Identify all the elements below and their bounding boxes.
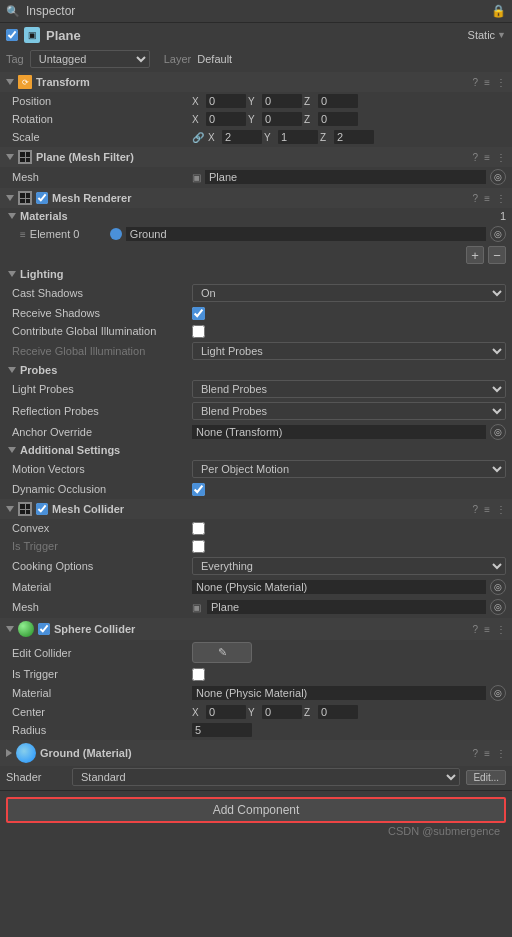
mesh-filter-settings-icon[interactable]: ≡ — [484, 152, 490, 163]
dynamic-occlusion-checkbox[interactable] — [192, 483, 205, 496]
position-y-input[interactable] — [262, 94, 302, 108]
edit-collider-button[interactable]: ✎ — [192, 642, 252, 663]
sphere-collider-more-icon[interactable]: ⋮ — [496, 624, 506, 635]
mesh-renderer-settings-icon[interactable]: ≡ — [484, 193, 490, 204]
sphere-collider-collapse-icon — [6, 626, 14, 632]
edit-collider-label: Edit Collider — [12, 647, 192, 659]
center-x-input[interactable] — [206, 705, 246, 719]
mesh-renderer-icons: ? ≡ ⋮ — [473, 193, 506, 204]
rotation-z-label: Z — [304, 114, 316, 125]
anchor-override-pick-btn[interactable]: ◎ — [490, 424, 506, 440]
center-y-label: Y — [248, 707, 260, 718]
mesh-collider-active-checkbox[interactable] — [36, 503, 48, 515]
scale-y-input[interactable] — [278, 130, 318, 144]
add-material-button[interactable]: + — [466, 246, 484, 264]
radius-label: Radius — [12, 724, 192, 736]
rotation-z-input[interactable] — [318, 112, 358, 126]
sphere-collider-active-checkbox[interactable] — [38, 623, 50, 635]
mesh-renderer-title: Mesh Renderer — [52, 192, 131, 204]
object-active-checkbox[interactable] — [6, 29, 18, 41]
radius-row: Radius — [0, 721, 512, 739]
lock-icon[interactable]: 🔒 — [491, 4, 506, 18]
tag-dropdown[interactable]: Untagged — [30, 50, 150, 68]
cooking-options-dropdown[interactable]: Everything — [192, 557, 506, 575]
ground-material-header[interactable]: Ground (Material) ? ≡ ⋮ — [0, 740, 512, 766]
sphere-collider-settings-icon[interactable]: ≡ — [484, 624, 490, 635]
add-component-button[interactable]: Add Component — [6, 797, 506, 823]
scale-x-label: X — [208, 132, 220, 143]
is-trigger-mc-checkbox[interactable] — [192, 540, 205, 553]
mc-material-pick-btn[interactable]: ◎ — [490, 579, 506, 595]
mesh-renderer-help-icon[interactable]: ? — [473, 193, 479, 204]
cast-shadows-dropdown[interactable]: On — [192, 284, 506, 302]
sphere-collider-header[interactable]: Sphere Collider ? ≡ ⋮ — [0, 618, 512, 640]
scale-z-input[interactable] — [334, 130, 374, 144]
receive-shadows-checkbox[interactable] — [192, 307, 205, 320]
mesh-renderer-active-checkbox[interactable] — [36, 192, 48, 204]
additional-settings-header: Additional Settings — [0, 442, 512, 458]
edit-collider-row: Edit Collider ✎ — [0, 640, 512, 665]
mesh-collider-icons: ? ≡ ⋮ — [473, 504, 506, 515]
ground-material-help-icon[interactable]: ? — [473, 748, 479, 759]
mesh-filter-icons: ? ≡ ⋮ — [473, 152, 506, 163]
inspector-title: Inspector — [26, 4, 75, 18]
cast-shadows-label: Cast Shadows — [12, 287, 192, 299]
layer-value: Default — [197, 53, 232, 65]
is-trigger-sc-checkbox[interactable] — [192, 668, 205, 681]
cooking-options-value: Everything — [192, 557, 506, 575]
transform-section: ⟳ Transform ? ≡ ⋮ Position X Y Z Rotatio… — [0, 72, 512, 146]
is-trigger-mc-label: Is Trigger — [12, 540, 192, 552]
transform-help-icon[interactable]: ? — [473, 77, 479, 88]
scale-value: 🔗 X Y Z — [192, 130, 506, 144]
position-z-label: Z — [304, 96, 316, 107]
static-dropdown-arrow[interactable]: ▼ — [497, 30, 506, 40]
sc-material-pick-btn[interactable]: ◎ — [490, 685, 506, 701]
mc-mesh-icon: ▣ — [192, 602, 201, 613]
mesh-renderer-header[interactable]: Mesh Renderer ? ≡ ⋮ — [0, 188, 512, 208]
scale-x-input[interactable] — [222, 130, 262, 144]
mesh-filter-help-icon[interactable]: ? — [473, 152, 479, 163]
ground-material-title: Ground (Material) — [40, 747, 132, 759]
contribute-gi-checkbox[interactable] — [192, 325, 205, 338]
mesh-filter-more-icon[interactable]: ⋮ — [496, 152, 506, 163]
shader-dropdown[interactable]: Standard — [72, 768, 460, 786]
rotation-x-input[interactable] — [206, 112, 246, 126]
reflection-probes-dropdown[interactable]: Blend Probes — [192, 402, 506, 420]
contribute-gi-row: Contribute Global Illumination — [0, 322, 512, 340]
sphere-collider-help-icon[interactable]: ? — [473, 624, 479, 635]
mesh-filter-mesh-pick-btn[interactable]: ◎ — [490, 169, 506, 185]
ground-material-settings-icon[interactable]: ≡ — [484, 748, 490, 759]
center-y-input[interactable] — [262, 705, 302, 719]
transform-header[interactable]: ⟳ Transform ? ≡ ⋮ — [0, 72, 512, 92]
rotation-y-input[interactable] — [262, 112, 302, 126]
remove-material-button[interactable]: − — [488, 246, 506, 264]
receive-gi-dropdown[interactable]: Light Probes — [192, 342, 506, 360]
transform-more-icon[interactable]: ⋮ — [496, 77, 506, 88]
ground-material-more-icon[interactable]: ⋮ — [496, 748, 506, 759]
position-z-input[interactable] — [318, 94, 358, 108]
sc-material-row: Material None (Physic Material) ◎ — [0, 683, 512, 703]
light-probes-dropdown[interactable]: Blend Probes — [192, 380, 506, 398]
mesh-filter-header[interactable]: Plane (Mesh Filter) ? ≡ ⋮ — [0, 147, 512, 167]
mesh-collider-settings-icon[interactable]: ≡ — [484, 504, 490, 515]
motion-vectors-dropdown[interactable]: Per Object Motion — [192, 460, 506, 478]
element0-value: Ground ◎ — [110, 226, 506, 242]
mesh-collider-help-icon[interactable]: ? — [473, 504, 479, 515]
cast-shadows-row: Cast Shadows On — [0, 282, 512, 304]
rotation-row: Rotation X Y Z — [0, 110, 512, 128]
position-x-input[interactable] — [206, 94, 246, 108]
sphere-collider-icon — [18, 621, 34, 637]
shader-edit-button[interactable]: Edit... — [466, 770, 506, 785]
scale-lock-icon: 🔗 — [192, 132, 204, 143]
convex-checkbox[interactable] — [192, 522, 205, 535]
mesh-renderer-more-icon[interactable]: ⋮ — [496, 193, 506, 204]
radius-input[interactable] — [192, 723, 252, 737]
transform-settings-icon[interactable]: ≡ — [484, 77, 490, 88]
sc-material-field: None (Physic Material) — [192, 686, 486, 700]
center-z-input[interactable] — [318, 705, 358, 719]
mesh-filter-mesh-value: ▣ Plane ◎ — [192, 169, 506, 185]
mc-mesh-pick-btn[interactable]: ◎ — [490, 599, 506, 615]
element0-pick-btn[interactable]: ◎ — [490, 226, 506, 242]
mesh-collider-more-icon[interactable]: ⋮ — [496, 504, 506, 515]
mesh-collider-header[interactable]: Mesh Collider ? ≡ ⋮ — [0, 499, 512, 519]
